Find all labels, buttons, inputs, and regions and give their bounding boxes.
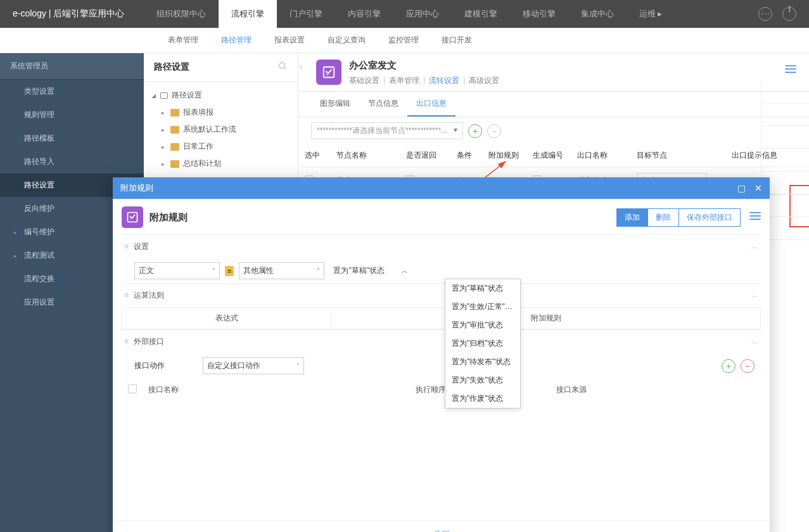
svg-line-1 xyxy=(284,67,286,69)
folder-icon xyxy=(170,109,179,117)
sub-nav-item[interactable]: 接口开发 xyxy=(430,28,483,53)
section-title-formula: 运算法则 xyxy=(134,291,164,300)
drag-icon: ≡ xyxy=(124,291,129,300)
dropdown-option[interactable]: 置为"归档"状态 xyxy=(445,334,520,353)
drag-icon: ≡ xyxy=(124,242,129,251)
content-tab[interactable]: 节点信息 xyxy=(359,92,407,117)
collapse-icon[interactable]: ◢ xyxy=(151,92,158,99)
collapse-panel-icon[interactable]: ‹ xyxy=(298,60,303,73)
iface-table: 接口名称 执行顺序 接口来源 xyxy=(122,378,761,402)
col-iface-source: 接口来源 xyxy=(551,379,760,400)
dropdown-option[interactable]: 置为"草稿"状态 xyxy=(445,279,520,298)
save-ext-button[interactable]: 保存外部接口 xyxy=(679,208,741,227)
top-nav-item[interactable]: 集成中心 xyxy=(568,0,627,28)
equals-icon: = xyxy=(225,266,234,276)
top-nav-item[interactable]: 内容引擎 xyxy=(335,0,393,28)
dropdown-option[interactable]: 置为"作废"状态 xyxy=(445,390,520,408)
list-icon[interactable] xyxy=(749,212,761,223)
col-expression: 表达式 xyxy=(122,308,331,329)
breadcrumb-item[interactable]: 流转设置 xyxy=(429,75,459,86)
top-nav-item[interactable]: 应用中心 xyxy=(393,0,452,28)
collapse-icon[interactable]: ︿ xyxy=(751,242,758,251)
tree-root-icon xyxy=(160,92,168,99)
tree-body: ◢ 路径设置 ▸报表填报▸系统默认工作流▸日常工作▸总结和计划 xyxy=(144,82,298,177)
top-nav-item[interactable]: 移动引擎 xyxy=(510,0,568,28)
dropdown-option[interactable]: 置为"审批"状态 xyxy=(445,316,520,334)
tree-item[interactable]: ▸日常工作 xyxy=(144,138,298,155)
sidebar-item[interactable]: 类型设置 xyxy=(0,80,144,103)
dropdown-option[interactable]: 置为"失效"状态 xyxy=(445,371,520,390)
field-select-1[interactable]: 正文˅ xyxy=(134,262,220,279)
content-header: ‹ 办公室发文 基础设置|表单管理|流转设置|高级设置 xyxy=(298,53,809,92)
tree-title: 路径设置 xyxy=(154,61,189,73)
sub-nav-item[interactable]: 报表设置 xyxy=(263,28,316,53)
sub-nav-item[interactable]: 表单管理 xyxy=(156,28,210,53)
iface-checkall[interactable] xyxy=(128,384,137,393)
sub-nav-item[interactable]: 自定义查询 xyxy=(316,28,377,53)
add-button[interactable]: 添加 xyxy=(616,208,648,227)
top-nav-item[interactable]: 建模引擎 xyxy=(452,0,510,28)
dropdown-option[interactable]: 置为"待发布"状态 xyxy=(445,353,520,371)
tree-item[interactable]: ▸系统默认工作流 xyxy=(144,121,298,138)
col-header: 是否退回 xyxy=(400,144,450,167)
remove-button[interactable]: − xyxy=(487,124,501,138)
modal-titlebar: 附加规则 ▢ ✕ xyxy=(113,177,770,199)
breadcrumb-item[interactable]: 表单管理 xyxy=(389,75,419,86)
top-nav-item[interactable]: 流程引擎 xyxy=(219,0,277,28)
add-button[interactable]: + xyxy=(468,124,482,138)
rule-modal: 附加规则 ▢ ✕ 附加规则 添加 删除 保存外部接口 xyxy=(113,177,770,532)
modal-head-icon xyxy=(122,206,143,228)
expand-icon[interactable]: ▸ xyxy=(162,144,168,150)
section-formula: ≡运算法则 ︿ 表达式 附加规则 xyxy=(122,283,761,329)
tree-item[interactable]: ▸报表填报 xyxy=(144,104,298,121)
folder-icon xyxy=(170,126,179,134)
col-header: 生成编号 xyxy=(526,144,571,167)
page-title: 办公室发文 xyxy=(349,60,499,72)
iface-add-button[interactable]: + xyxy=(722,359,736,373)
search-icon[interactable] xyxy=(278,61,288,73)
tree-root[interactable]: ◢ 路径设置 xyxy=(144,87,298,104)
modal-title: 附加规则 xyxy=(120,182,153,194)
sidebar-header: 系统管理员 xyxy=(0,53,144,80)
power-icon[interactable] xyxy=(782,7,796,21)
field-select-3[interactable]: 置为"草稿"状态︿ xyxy=(329,263,412,279)
breadcrumb-item[interactable]: 基础设置 xyxy=(349,75,379,86)
iface-remove-button[interactable]: − xyxy=(741,359,755,373)
sidebar-item[interactable]: 路径模板 xyxy=(0,127,144,150)
expand-icon[interactable]: ▸ xyxy=(162,161,168,167)
top-nav-item[interactable]: 组织权限中心 xyxy=(144,0,219,28)
top-nav-item[interactable]: 运维 ▶ xyxy=(627,0,675,28)
workflow-icon xyxy=(316,60,341,85)
iface-action-label: 接口动作 xyxy=(134,360,165,371)
delete-button[interactable]: 删除 xyxy=(648,208,679,227)
app-logo: e-cology | 后端引擎应用中心 xyxy=(0,8,144,20)
col-header: 条件 xyxy=(450,144,482,167)
dropdown-option[interactable]: 置为"生效/正常"状.. xyxy=(445,298,520,316)
collapse-icon[interactable]: ︿ xyxy=(751,291,758,300)
folder-icon xyxy=(170,143,179,151)
collapse-icon[interactable]: ︿ xyxy=(751,337,758,346)
section-settings: ≡设置 ︿ 正文˅ = 其他属性˅ 置为"草稿"状态︿ 置为"草稿"状态置为"生… xyxy=(122,234,761,283)
field-select-2[interactable]: 其他属性˅ xyxy=(239,262,324,279)
expand-icon[interactable]: ▸ xyxy=(162,127,168,133)
sub-nav-item[interactable]: 路径管理 xyxy=(210,28,263,53)
status-dropdown: 置为"草稿"状态置为"生效/正常"状..置为"审批"状态置为"归档"状态置为"待… xyxy=(445,279,521,408)
tree-item[interactable]: ▸总结和计划 xyxy=(144,155,298,172)
col-header: 附加规则 xyxy=(482,144,526,167)
sub-nav-item[interactable]: 监控管理 xyxy=(377,28,430,53)
node-select[interactable]: ************请选择当前节点************... xyxy=(311,122,463,139)
modal-close-button[interactable]: 关闭 xyxy=(113,521,770,532)
list-view-icon[interactable] xyxy=(785,65,796,76)
expand-icon[interactable]: ▸ xyxy=(162,110,168,116)
maximize-icon[interactable]: ▢ xyxy=(737,183,746,193)
sidebar-item[interactable]: 规则管理 xyxy=(0,103,144,127)
content-tab[interactable]: 出口信息 xyxy=(407,92,455,117)
more-icon[interactable] xyxy=(758,7,772,21)
iface-action-select[interactable]: 自定义接口动作˅ xyxy=(203,357,304,374)
breadcrumb-item[interactable]: 高级设置 xyxy=(469,75,499,86)
sidebar-item[interactable]: 路径导入 xyxy=(0,150,144,174)
close-icon[interactable]: ✕ xyxy=(755,183,762,193)
section-title-settings: 设置 xyxy=(134,242,149,251)
top-nav-item[interactable]: 门户引擎 xyxy=(277,0,335,28)
content-tab[interactable]: 图形编辑 xyxy=(311,92,359,117)
